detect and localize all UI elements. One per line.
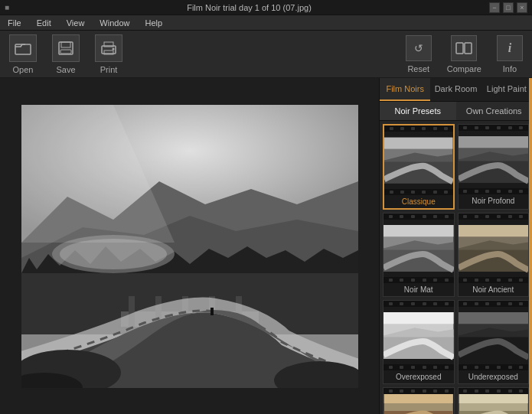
save-icon	[52, 34, 80, 62]
film-hole	[485, 215, 489, 218]
reset-button[interactable]: ↺ Reset	[406, 35, 432, 73]
film-hole	[519, 279, 523, 282]
close-button[interactable]: ×	[517, 2, 527, 13]
svg-rect-2	[61, 42, 70, 47]
print-label: Print	[100, 65, 118, 74]
canvas-area	[0, 78, 379, 414]
film-hole	[508, 366, 512, 369]
preset-grid: Classique	[380, 121, 532, 414]
film-hole	[485, 126, 489, 129]
menu-view[interactable]: View	[64, 17, 88, 29]
preset-noir-mat[interactable]: Noir Mat	[383, 213, 455, 297]
film-hole	[519, 302, 523, 305]
film-hole	[445, 215, 449, 218]
film-hole	[445, 302, 449, 305]
preset-8[interactable]	[458, 387, 530, 414]
film-hole	[423, 366, 426, 369]
film-hole	[497, 390, 501, 393]
film-hole	[411, 127, 415, 130]
menu-file[interactable]: File	[5, 17, 24, 29]
film-hole	[411, 390, 415, 393]
film-hole	[444, 127, 448, 130]
film-hole	[411, 302, 415, 305]
film-hole	[400, 390, 403, 393]
window-controls[interactable]: − □ ×	[489, 2, 527, 13]
svg-rect-52	[459, 312, 529, 324]
film-strip-bottom	[383, 364, 454, 370]
open-label: Open	[13, 65, 34, 74]
film-hole	[475, 215, 478, 218]
svg-rect-48	[383, 312, 454, 324]
tab-film-noirs[interactable]: Film Noirs	[380, 78, 430, 101]
svg-rect-0	[15, 44, 31, 54]
photo-canvas	[21, 105, 358, 388]
preset-7[interactable]	[383, 387, 455, 414]
preset-noir-profond[interactable]: Noir Profond	[458, 124, 530, 210]
preset-label-underexposed: Underexposed	[459, 370, 529, 383]
preset-thumb-underexposed	[459, 307, 529, 364]
film-hole	[463, 215, 467, 218]
tabs-row: Film Noirs Dark Room Light Paint	[380, 78, 532, 102]
film-strip-bottom	[383, 277, 454, 283]
minimize-button[interactable]: −	[489, 2, 500, 13]
tab-light-paint[interactable]: Light Paint	[481, 78, 532, 101]
film-hole	[508, 390, 512, 393]
menu-edit[interactable]: Edit	[34, 17, 54, 29]
menu-help[interactable]: Help	[142, 17, 165, 29]
film-hole	[433, 279, 437, 282]
open-button[interactable]: Open	[9, 34, 37, 74]
film-hole	[390, 127, 393, 130]
svg-rect-58	[459, 394, 527, 403]
preset-overexposed[interactable]: Overexposed	[383, 300, 455, 384]
save-button[interactable]: Save	[52, 34, 80, 74]
tab-dark-room[interactable]: Dark Room	[430, 78, 481, 101]
preset-classique[interactable]: Classique	[383, 124, 455, 210]
svg-rect-24	[211, 308, 214, 315]
film-hole	[485, 190, 489, 193]
toolbar: Open Save Print ↺ Reset	[0, 31, 532, 78]
sub-tab-own-creations[interactable]: Own Creations	[456, 102, 533, 120]
compare-button[interactable]: Compare	[447, 35, 481, 73]
window-title: Film Noir trial day 1 of 10 (07.jpg)	[9, 3, 489, 12]
film-hole	[497, 190, 501, 193]
menu-window[interactable]: Window	[96, 17, 132, 29]
film-strip-top	[459, 125, 529, 131]
preset-thumb-8	[459, 394, 529, 414]
film-hole	[485, 366, 489, 369]
film-hole	[485, 302, 489, 305]
title-bar: ■ Film Noir trial day 1 of 10 (07.jpg) −…	[0, 0, 532, 15]
film-hole	[422, 127, 426, 130]
film-hole	[411, 366, 415, 369]
film-hole	[463, 126, 467, 129]
film-hole	[445, 390, 449, 393]
sub-tab-noir-presets[interactable]: Noir Presets	[380, 102, 456, 120]
open-icon	[9, 34, 37, 62]
film-strip-top	[383, 301, 454, 307]
film-hole	[475, 279, 478, 282]
film-hole	[497, 126, 501, 129]
film-hole	[463, 366, 467, 369]
info-button[interactable]: i Info	[497, 35, 523, 73]
film-hole	[497, 302, 501, 305]
preset-label-noir-mat: Noir Mat	[383, 283, 454, 296]
preset-label-classique: Classique	[384, 195, 453, 208]
preset-noir-ancient[interactable]: Noir Ancient	[458, 213, 530, 297]
film-hole	[444, 191, 448, 194]
maximize-button[interactable]: □	[503, 2, 514, 13]
film-hole	[400, 279, 403, 282]
film-hole	[508, 190, 512, 193]
svg-rect-3	[60, 50, 71, 54]
print-button[interactable]: Print	[95, 34, 122, 74]
preset-label-noir-ancient: Noir Ancient	[459, 283, 529, 296]
film-hole	[389, 390, 393, 393]
right-panel: Film Noirs Dark Room Light Paint Noir Pr…	[379, 78, 532, 414]
preset-underexposed[interactable]: Underexposed	[458, 300, 530, 384]
film-hole	[422, 191, 426, 194]
preset-label-overexposed: Overexposed	[383, 370, 454, 383]
info-label: Info	[503, 64, 517, 73]
film-hole	[497, 279, 501, 282]
film-hole	[508, 302, 512, 305]
film-strip-bottom	[459, 277, 529, 283]
film-hole	[445, 366, 449, 369]
film-hole	[475, 390, 478, 393]
